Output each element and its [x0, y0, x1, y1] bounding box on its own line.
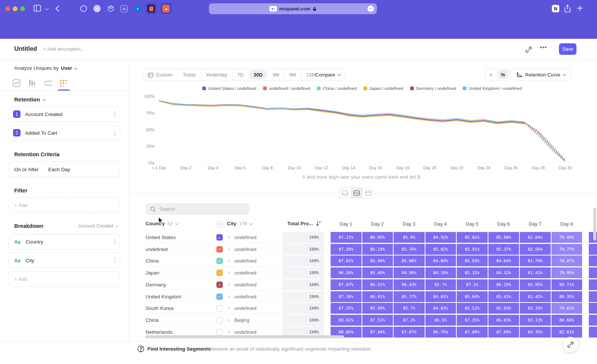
- address-more-icon[interactable]: ⋯: [368, 6, 374, 12]
- absolute-numbers-toggle[interactable]: #: [485, 69, 496, 80]
- retention-cell[interactable]: 86.43%: [394, 279, 425, 290]
- breakdown-options-icon[interactable]: [114, 257, 115, 264]
- retention-cell[interactable]: 86.75%: [425, 327, 456, 338]
- criteria-each-day[interactable]: Each Day: [48, 167, 70, 172]
- retention-cell[interactable]: 82.04%: [520, 232, 551, 243]
- add-description[interactable]: + Add description...: [43, 46, 85, 52]
- breakdown-add-button[interactable]: + Add: [8, 271, 120, 287]
- retention-cell[interactable]: 87.21%: [331, 232, 362, 243]
- back-icon[interactable]: [55, 5, 59, 12]
- row-checkbox[interactable]: [216, 317, 223, 323]
- breakdown-city[interactable]: AaCity: [8, 252, 120, 268]
- step-event-name[interactable]: Account Created: [25, 112, 63, 117]
- breakdown-property-name[interactable]: Country: [26, 239, 43, 245]
- retention-cell[interactable]: 85.82%: [457, 232, 488, 243]
- retention-cell[interactable]: 86.05%: [362, 232, 393, 243]
- day-header-7[interactable]: Day 7: [519, 221, 551, 227]
- row-city-name[interactable]: undefined: [234, 294, 256, 299]
- extension-soundcloud-icon[interactable]: ☁: [160, 3, 172, 14]
- retention-cell[interactable]: 87.36%: [331, 291, 362, 302]
- table-search[interactable]: [146, 203, 249, 215]
- report-title[interactable]: Untitled: [14, 45, 37, 52]
- retention-cell[interactable]: 82.42%: [520, 291, 551, 302]
- breakdown-options-icon[interactable]: [114, 238, 115, 245]
- criteria-on-or-after[interactable]: On or After: [14, 167, 38, 172]
- series-line[interactable]: [159, 101, 525, 123]
- retention-cell[interactable]: 84.84%: [425, 255, 456, 266]
- breakdown-property-name[interactable]: City: [26, 258, 34, 263]
- range-3m[interactable]: 3M: [267, 69, 284, 80]
- step-options-icon[interactable]: [114, 129, 115, 136]
- extension-product-hunt-icon[interactable]: [146, 3, 157, 14]
- retention-cell[interactable]: 79.77%: [551, 244, 582, 255]
- retention-cell[interactable]: 85.52%: [457, 303, 488, 314]
- row-country-name[interactable]: China: [146, 317, 159, 323]
- retention-cell[interactable]: 85.66%: [394, 255, 425, 266]
- retention-cell[interactable]: 87.35%: [457, 315, 488, 326]
- row-checkbox[interactable]: ✓: [216, 234, 223, 241]
- sidebar-menu-chevron-icon[interactable]: [45, 7, 48, 10]
- row-checkbox[interactable]: [216, 329, 223, 335]
- row-total-cell[interactable]: 100%: [282, 244, 324, 255]
- row-expand-icon[interactable]: ›: [228, 282, 229, 287]
- table-search-input[interactable]: [159, 206, 238, 212]
- row-country-name[interactable]: Japan: [146, 270, 159, 276]
- day-header-1[interactable]: Day 1: [330, 221, 362, 227]
- range-7d[interactable]: 7D: [232, 69, 249, 80]
- retention-cell[interactable]: 85.76%: [394, 244, 425, 255]
- retention-cell[interactable]: 86.25%: [488, 279, 519, 290]
- extension-js-icon[interactable]: JS: [121, 5, 128, 12]
- percent-toggle[interactable]: %: [496, 69, 509, 80]
- legend-item[interactable]: undefined / undefined: [263, 86, 310, 91]
- range-yesterday[interactable]: Yesterday: [201, 69, 232, 80]
- retention-cell[interactable]: 81.41%: [520, 267, 551, 278]
- row-expand-icon[interactable]: ›: [228, 317, 229, 323]
- row-country-name[interactable]: China: [146, 258, 159, 264]
- retention-cell[interactable]: 86.52%: [362, 279, 393, 290]
- retention-cell[interactable]: 87.07%: [394, 327, 425, 338]
- retention-cell[interactable]: 85.37%: [488, 244, 519, 255]
- row-city-name[interactable]: undefined: [234, 247, 256, 252]
- retention-cell[interactable]: 79.62%: [551, 303, 582, 314]
- retention-cell[interactable]: 85.32%: [457, 267, 488, 278]
- day-header-2[interactable]: Day 2: [362, 221, 393, 227]
- extension-ring-icon[interactable]: [80, 5, 87, 12]
- retention-cell[interactable]: 80.71%: [551, 279, 582, 290]
- series-line[interactable]: [159, 101, 525, 122]
- retention-cell[interactable]: 87.97%: [331, 279, 362, 290]
- retention-cell[interactable]: 86.58%: [331, 267, 362, 278]
- retention-cell[interactable]: 87.39%: [331, 244, 362, 255]
- retention-cell[interactable]: 87.2%: [394, 315, 425, 326]
- row-expand-icon[interactable]: ›: [228, 246, 229, 252]
- new-tab-icon[interactable]: [576, 5, 583, 12]
- row-checkbox[interactable]: ✓: [216, 246, 223, 252]
- find-segments-title[interactable]: Find Interesting Segments: [147, 346, 211, 352]
- retention-cell[interactable]: 86.19%: [362, 244, 393, 255]
- row-city-name[interactable]: undefined: [234, 235, 256, 240]
- row-country-name[interactable]: Netherlands: [146, 329, 173, 335]
- row-checkbox[interactable]: ✓: [216, 270, 223, 276]
- retention-cell[interactable]: 84.81%: [425, 291, 456, 302]
- retention-cell[interactable]: 85.91%: [457, 244, 488, 255]
- retention-cell[interactable]: 85.7%: [425, 279, 456, 290]
- layout-chart-only-toggle[interactable]: [339, 188, 351, 198]
- extension-cube-icon[interactable]: [107, 5, 115, 12]
- row-city-name[interactable]: undefined: [234, 270, 256, 276]
- retention-cell[interactable]: 84.32%: [488, 267, 519, 278]
- legend-item[interactable]: Germany / undefined: [410, 86, 456, 91]
- row-expand-icon[interactable]: ›: [228, 329, 229, 335]
- row-checkbox[interactable]: ✓: [216, 294, 223, 300]
- retention-cell[interactable]: 86.01%: [362, 291, 393, 302]
- retention-cell[interactable]: 86.03%: [488, 315, 519, 326]
- retention-cell[interactable]: 88.62%: [331, 315, 362, 326]
- retention-cell[interactable]: 85.64%: [457, 291, 488, 302]
- day-header-3[interactable]: Day 3: [393, 221, 425, 227]
- series-line[interactable]: [159, 101, 525, 123]
- breakdown-country[interactable]: AaCountry: [8, 234, 120, 250]
- retention-cell[interactable]: 84.35%: [520, 327, 551, 338]
- retention-cell[interactable]: 85.6%: [394, 232, 425, 243]
- range-custom[interactable]: Custom: [143, 69, 178, 80]
- save-button[interactable]: Save: [559, 43, 576, 55]
- legend-item[interactable]: United States / undefined: [202, 86, 256, 91]
- retention-curve-chart[interactable]: 100%75%50%25%0%< 1 DayDay 2Day 4Day 6Day…: [142, 92, 582, 172]
